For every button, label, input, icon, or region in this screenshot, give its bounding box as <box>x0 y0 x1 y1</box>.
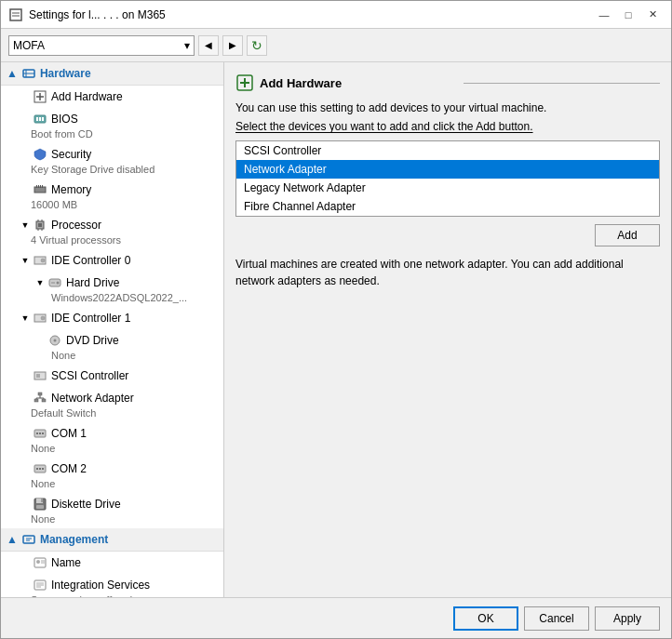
svg-rect-16 <box>40 185 41 188</box>
com1-sublabel: None <box>1 443 223 456</box>
title-bar: Settings for l... . . . on M365 — □ ✕ <box>1 1 671 29</box>
hardware-label: Hardware <box>40 67 91 80</box>
bottom-bar: OK Cancel Apply <box>1 597 671 638</box>
list-item-legacy-network[interactable]: Legacy Network Adapter <box>236 179 659 197</box>
svg-point-27 <box>57 282 60 285</box>
tree-item-add-hardware[interactable]: Add Hardware <box>1 86 223 108</box>
add-button-row: Add <box>235 224 660 246</box>
svg-point-45 <box>42 433 44 434</box>
security-icon <box>33 147 47 162</box>
svg-rect-0 <box>10 9 21 20</box>
ok-button[interactable]: OK <box>453 606 518 631</box>
minimize-button[interactable]: — <box>593 6 615 24</box>
list-item-network[interactable]: Network Adapter <box>236 160 659 179</box>
maximize-button[interactable]: □ <box>617 6 639 24</box>
panel-info: Virtual machines are created with one ne… <box>235 256 660 289</box>
svg-rect-12 <box>42 117 44 121</box>
tree-item-hard-drive[interactable]: ▼ Hard Drive Windows2022ADSQL2022_... <box>1 272 223 307</box>
ide1-icon <box>33 311 47 326</box>
svg-rect-52 <box>41 499 43 502</box>
add-button[interactable]: Add <box>595 224 660 246</box>
svg-rect-15 <box>38 185 39 188</box>
nav-back-button[interactable]: ◀ <box>198 35 219 56</box>
bios-label: BIOS <box>51 113 78 126</box>
processor-label: Processor <box>51 219 101 232</box>
tree-item-ide0[interactable]: ▼ IDE Controller 0 <box>1 249 223 272</box>
name-label: Name <box>51 556 81 569</box>
diskette-icon <box>33 497 47 512</box>
svg-point-48 <box>39 468 41 470</box>
list-item-scsi[interactable]: SCSI Controller <box>236 141 659 160</box>
nav-forward-button[interactable]: ▶ <box>222 35 243 56</box>
tree-item-network[interactable]: Network Adapter Default Switch <box>1 387 223 422</box>
integration-icon <box>33 578 47 592</box>
add-hardware-label: Add Hardware <box>51 90 123 103</box>
svg-point-25 <box>41 259 45 262</box>
svg-rect-10 <box>36 117 38 121</box>
dvd-label: DVD Drive <box>66 334 119 347</box>
hard-drive-label: Hard Drive <box>66 276 119 289</box>
add-hardware-icon <box>33 89 47 104</box>
tree-item-integration[interactable]: Integration Services Some services offer… <box>1 574 223 597</box>
tree-item-name[interactable]: Name <box>1 552 223 574</box>
processor-sublabel: 4 Virtual processors <box>1 234 223 247</box>
svg-point-44 <box>39 433 41 434</box>
diskette-sublabel: None <box>1 513 223 526</box>
window-controls: — □ ✕ <box>593 6 664 24</box>
management-label: Management <box>40 533 108 546</box>
ide0-label: IDE Controller 0 <box>51 254 130 267</box>
vm-dropdown[interactable]: MOFA ▾ <box>8 35 195 56</box>
apply-button[interactable]: Apply <box>595 606 660 631</box>
bios-icon <box>33 112 47 126</box>
management-section-header[interactable]: ▲ Management <box>1 528 223 552</box>
tree-item-bios[interactable]: BIOS Boot from CD <box>1 108 223 143</box>
tree-item-dvd[interactable]: DVD Drive None <box>1 329 223 365</box>
refresh-button[interactable]: ↻ <box>247 35 267 56</box>
cancel-button[interactable]: Cancel <box>524 606 589 631</box>
close-button[interactable]: ✕ <box>641 6 664 24</box>
svg-point-49 <box>42 468 44 470</box>
tree-item-ide1[interactable]: ▼ IDE Controller 1 <box>1 307 223 329</box>
svg-point-58 <box>36 560 40 564</box>
svg-rect-53 <box>36 505 44 509</box>
memory-sublabel: 16000 MB <box>1 199 223 212</box>
main-content: ▲ Hardware <box>1 62 671 597</box>
hardware-section-header[interactable]: ▲ Hardware <box>1 62 223 86</box>
scsi-label: SCSI Controller <box>51 369 128 382</box>
svg-rect-11 <box>39 117 41 121</box>
tree-item-scsi[interactable]: SCSI Controller <box>1 365 223 387</box>
network-icon <box>33 391 47 406</box>
com2-sublabel: None <box>1 478 223 491</box>
hardware-icon <box>21 66 36 81</box>
panel-desc2: Select the devices you want to add and c… <box>235 120 660 133</box>
svg-rect-37 <box>42 399 46 402</box>
window-title: Settings for l... . . . on M365 <box>29 8 593 21</box>
svg-rect-35 <box>38 393 42 395</box>
svg-rect-34 <box>36 374 40 378</box>
security-sublabel: Key Storage Drive disabled <box>1 164 223 177</box>
tree-item-com1[interactable]: COM 1 None <box>1 422 223 458</box>
right-panel: Add Hardware You can use this setting to… <box>224 62 671 597</box>
tree-item-diskette[interactable]: Diskette Drive None <box>1 493 223 528</box>
tree-item-processor[interactable]: ▼ Processor 4 Virtual processors <box>1 214 223 249</box>
list-item-fibre[interactable]: Fibre Channel Adapter <box>236 197 659 216</box>
memory-label: Memory <box>51 183 91 196</box>
left-panel: ▲ Hardware <box>1 62 224 597</box>
panel-title-row: Add Hardware <box>235 73 660 92</box>
window-icon <box>8 7 23 22</box>
com2-icon <box>33 461 47 476</box>
tree-item-security[interactable]: Security Key Storage Drive disabled <box>1 143 223 179</box>
svg-point-43 <box>36 433 38 434</box>
toolbar: MOFA ▾ ◀ ▶ ↻ <box>1 29 671 62</box>
hard-drive-sublabel: Windows2022ADSQL2022_... <box>1 292 223 305</box>
hardware-collapse-icon: ▲ <box>7 67 18 80</box>
tree-item-com2[interactable]: COM 2 None <box>1 458 223 493</box>
svg-point-47 <box>36 468 38 470</box>
main-window: Settings for l... . . . on M365 — □ ✕ MO… <box>0 0 672 639</box>
bios-sublabel: Boot from CD <box>1 128 223 141</box>
tree-item-memory[interactable]: Memory 16000 MB <box>1 179 223 214</box>
name-icon <box>33 555 47 570</box>
security-label: Security <box>51 148 91 161</box>
network-sublabel: Default Switch <box>1 407 223 420</box>
scsi-icon <box>33 368 47 383</box>
